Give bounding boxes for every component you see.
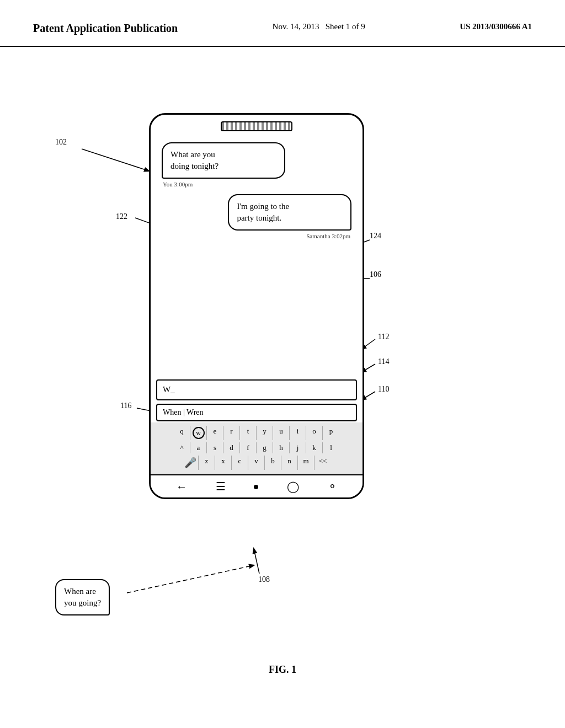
key-j[interactable]: j xyxy=(290,442,306,453)
patent-meta: Nov. 14, 2013 Sheet 1 of 9 xyxy=(273,22,365,31)
key-b[interactable]: b xyxy=(265,456,281,470)
home-nav-icon[interactable]: ◯ xyxy=(287,480,299,493)
keyboard-row1: q w e r t y u i o p xyxy=(153,426,360,440)
key-w[interactable]: w xyxy=(190,426,207,440)
text-input[interactable]: W_ xyxy=(156,379,357,400)
key-r[interactable]: r xyxy=(223,426,240,440)
label-106: 106 xyxy=(370,270,381,279)
label-102: 102 xyxy=(55,138,67,147)
key-l[interactable]: l xyxy=(323,442,339,453)
label-124: 124 xyxy=(370,232,381,240)
msg2-text: I'm going to theparty tonight. xyxy=(237,202,289,222)
key-f[interactable]: f xyxy=(240,442,257,453)
key-z[interactable]: z xyxy=(199,456,215,470)
suggestions-text: When | Wren xyxy=(163,408,204,416)
key-s[interactable]: s xyxy=(207,442,223,453)
message-area: What are youdoing tonight? You 3:00pm I'… xyxy=(151,137,363,377)
main-content: 102 120 122 124 106 112 114 110 116 108 … xyxy=(0,47,565,698)
key-v[interactable]: v xyxy=(248,456,265,470)
key-q[interactable]: q xyxy=(174,426,190,440)
patent-date: Nov. 14, 2013 xyxy=(273,22,319,31)
key-i[interactable]: i xyxy=(290,426,306,440)
key-e[interactable]: e xyxy=(207,426,223,440)
label-108: 108 xyxy=(258,575,270,584)
svg-line-9 xyxy=(127,565,254,593)
speech-bubble-text: When areyou going? xyxy=(64,587,101,607)
label-112: 112 xyxy=(378,333,389,341)
speech-bubble-bottom: When areyou going? xyxy=(55,579,110,615)
phone-device: What are youdoing tonight? You 3:00pm I'… xyxy=(149,113,364,499)
suggestion-bar[interactable]: When | Wren xyxy=(156,404,357,421)
search-nav-icon[interactable]: ⚬ xyxy=(328,480,337,493)
msg1-text: What are youdoing tonight? xyxy=(170,150,218,170)
key-k[interactable]: k xyxy=(306,442,323,453)
svg-line-0 xyxy=(82,149,149,171)
key-t[interactable]: t xyxy=(240,426,257,440)
fig-label: FIG. 1 xyxy=(0,664,565,676)
label-110: 110 xyxy=(378,385,389,394)
key-o[interactable]: o xyxy=(306,426,323,440)
msg2-meta: Samantha 3:02pm xyxy=(162,233,350,239)
key-n[interactable]: n xyxy=(281,456,298,470)
msg-bubble-right: I'm going to theparty tonight. xyxy=(228,194,351,231)
key-m[interactable]: m xyxy=(298,456,315,470)
patent-sheet: Sheet 1 of 9 xyxy=(326,22,365,31)
svg-line-10 xyxy=(254,549,259,574)
keyboard-area: q w e r t y u i o p ^ a s d f g h j xyxy=(151,422,363,474)
key-p[interactable]: p xyxy=(323,426,339,440)
key-d[interactable]: d xyxy=(223,442,240,453)
home-nav-dot[interactable] xyxy=(254,481,258,491)
patent-title: Patent Application Publication xyxy=(33,22,178,35)
key-u[interactable]: u xyxy=(273,426,290,440)
label-114: 114 xyxy=(378,357,389,366)
patent-header: Patent Application Publication Nov. 14, … xyxy=(0,0,565,47)
key-caret[interactable]: ^ xyxy=(174,442,190,453)
key-y[interactable]: y xyxy=(257,426,273,440)
mic-key[interactable]: 🎤 xyxy=(182,456,199,470)
back-nav-icon[interactable]: ← xyxy=(176,480,187,493)
key-c[interactable]: c xyxy=(232,456,248,470)
msg1-meta: You 3:00pm xyxy=(163,181,351,188)
key-x[interactable]: x xyxy=(215,456,232,470)
label-116: 116 xyxy=(120,402,131,410)
nav-bar: ← ☰ ◯ ⚬ xyxy=(151,474,363,497)
key-backspace[interactable]: << xyxy=(315,456,331,470)
label-122: 122 xyxy=(116,212,127,221)
keyboard-row3: 🎤 z x c v b n m << xyxy=(153,456,360,470)
phone-speaker xyxy=(221,121,292,131)
keyboard-row2: ^ a s d f g h j k l xyxy=(153,442,360,453)
msg-bubble-left: What are youdoing tonight? xyxy=(162,142,285,179)
key-g[interactable]: g xyxy=(257,442,273,453)
key-a[interactable]: a xyxy=(190,442,207,453)
patent-number: US 2013/0300666 A1 xyxy=(460,22,532,31)
menu-nav-icon[interactable]: ☰ xyxy=(216,480,226,493)
key-h[interactable]: h xyxy=(273,442,290,453)
input-text: W_ xyxy=(163,385,175,394)
